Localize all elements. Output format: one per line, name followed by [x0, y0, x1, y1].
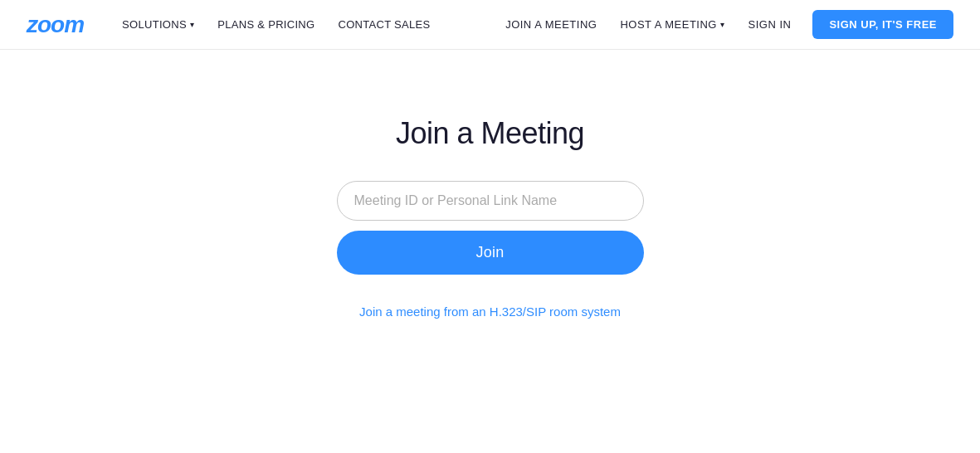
- signup-button[interactable]: SIGN UP, IT'S FREE: [812, 10, 953, 39]
- chevron-down-icon: ▾: [190, 20, 194, 29]
- chevron-down-icon: ▾: [720, 20, 725, 29]
- nav-link-contact-sales[interactable]: CONTACT SALES: [326, 0, 441, 50]
- nav-link-join-meeting[interactable]: JOIN A MEETING: [494, 0, 608, 50]
- logo[interactable]: zoom: [27, 12, 84, 38]
- page-title: Join a Meeting: [396, 116, 584, 151]
- nav-link-solutions[interactable]: SOLUTIONS ▾: [110, 0, 206, 50]
- join-button[interactable]: Join: [337, 231, 644, 275]
- nav-link-plans-pricing[interactable]: PLANS & PRICING: [206, 0, 326, 50]
- sip-link[interactable]: Join a meeting from an H.323/SIP room sy…: [359, 304, 621, 319]
- main-content: Join a Meeting Join Join a meeting from …: [0, 50, 980, 319]
- zoom-logo-text: zoom: [27, 12, 84, 37]
- nav-link-sign-in[interactable]: SIGN IN: [736, 0, 802, 50]
- navbar: zoom SOLUTIONS ▾ PLANS & PRICING CONTACT…: [0, 0, 980, 50]
- nav-right-links: JOIN A MEETING HOST A MEETING ▾ SIGN IN …: [494, 0, 953, 50]
- nav-left-links: SOLUTIONS ▾ PLANS & PRICING CONTACT SALE…: [110, 0, 494, 50]
- meeting-id-input[interactable]: [337, 181, 644, 221]
- nav-link-host-meeting[interactable]: HOST A MEETING ▾: [608, 0, 736, 50]
